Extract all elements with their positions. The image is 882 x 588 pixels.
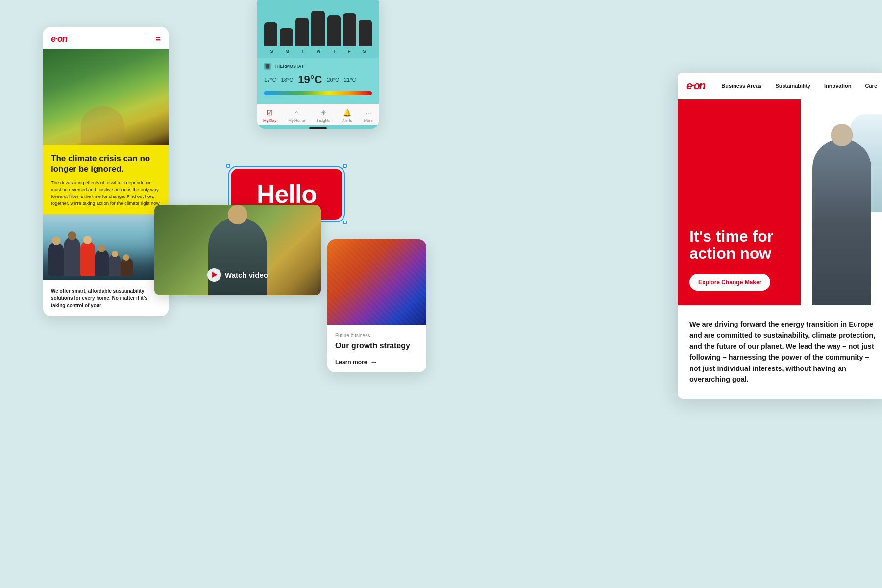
day-t2: T [333, 49, 336, 54]
website-nav: e·on Business Areas Sustainability Innov… [678, 73, 882, 99]
hero-red-section: It's time for action now Explore Change … [678, 99, 801, 305]
thermostat-label: THERMOSTAT [274, 64, 304, 69]
thermostat-chart: S M T W T F S [257, 0, 379, 58]
handle-br[interactable] [343, 220, 347, 224]
future-business-card: Future business Our growth strategy Lear… [327, 239, 426, 372]
nav-label-insights: Insights [317, 118, 331, 122]
person-silhouette [64, 237, 80, 276]
explore-change-maker-button[interactable]: Explore Change Maker [689, 274, 770, 291]
bar-chart [264, 2, 372, 46]
temp-current: 19°C [298, 74, 322, 86]
bell-icon: 🔔 [343, 109, 351, 117]
video-card[interactable]: Watch video [154, 205, 321, 295]
nav-alerts[interactable]: 🔔 Alerts [342, 109, 352, 122]
future-category: Future business [335, 333, 418, 338]
forest-image [43, 49, 169, 145]
future-card-image [327, 239, 426, 325]
bar-t [295, 18, 309, 47]
nav-my-day[interactable]: ☑ My Day [263, 109, 276, 122]
eon-logo-website: e·on [686, 79, 705, 92]
temp-20: 20°C [327, 77, 339, 83]
day-f: F [348, 49, 351, 54]
future-title: Our growth strategy [335, 341, 418, 351]
bar-m [280, 28, 293, 46]
handle-tr[interactable] [343, 164, 347, 168]
day-w: W [317, 49, 321, 54]
phone-bottom-text-content: We offer smart, affordable sustainabilit… [51, 287, 161, 309]
person-head [112, 251, 118, 257]
hello-label: Hello [257, 180, 317, 208]
play-icon [212, 272, 217, 278]
day-t: T [301, 49, 304, 54]
nav-business-areas[interactable]: Business Areas [721, 83, 761, 89]
arrow-right-icon: → [370, 358, 378, 367]
calendar-icon: ☑ [267, 109, 273, 117]
person-silhouette [95, 249, 109, 276]
watch-video-label: Watch video [225, 271, 268, 279]
person-silhouette [48, 242, 64, 276]
nav-my-home[interactable]: ⌂ My Home [288, 109, 305, 122]
person-head [52, 236, 61, 245]
person-head [68, 231, 76, 240]
group-photo [43, 214, 169, 280]
yellow-section: The climate crisis can no longer be igno… [43, 145, 169, 214]
insights-icon: ☀ [320, 109, 327, 117]
website-body: We are driving forward the energy transi… [678, 305, 882, 399]
home-icon: ⌂ [294, 109, 298, 117]
phone-bottom-section: We offer smart, affordable sustainabilit… [43, 280, 169, 316]
thermostat-nav: ☑ My Day ⌂ My Home ☀ Insights 🔔 Alerts ·… [257, 104, 379, 125]
nav-sustainability[interactable]: Sustainability [775, 83, 810, 89]
bar-f [343, 13, 356, 47]
bar-t2 [327, 15, 341, 46]
nav-innovation[interactable]: Innovation [824, 83, 852, 89]
days-row: S M T W T F S [264, 49, 372, 54]
website-hero: It's time for action now Explore Change … [678, 99, 882, 305]
temp-21: 21°C [344, 77, 356, 83]
eon-logo-phone: e·on [51, 34, 67, 44]
website-body-text: We are driving forward the energy transi… [689, 319, 878, 385]
watch-video-button[interactable]: Watch video [207, 268, 268, 282]
website-card: e·on Business Areas Sustainability Innov… [678, 73, 882, 399]
day-s2: S [363, 49, 366, 54]
temp-18: 18°C [281, 77, 294, 83]
temp-17: 17°C [264, 77, 276, 83]
person-silhouette [109, 254, 121, 276]
mobile-phone-card: e·on ≡ The climate crisis can no longer … [43, 27, 169, 316]
play-button[interactable] [207, 268, 221, 282]
bar-s [264, 22, 277, 47]
phone-header: e·on ≡ [43, 27, 169, 49]
bar-w [311, 11, 324, 46]
video-background: Watch video [154, 205, 321, 295]
handle-tl[interactable] [226, 164, 230, 168]
person-silhouette [80, 241, 95, 276]
day-s: S [270, 49, 273, 54]
temperature-row: 17°C 18°C 19°C 20°C 21°C [264, 74, 372, 86]
thermostat-icon: ⬛ [264, 63, 271, 70]
nav-label-alerts: Alerts [342, 118, 352, 122]
nav-label-my-home: My Home [288, 118, 305, 122]
nav-care[interactable]: Care [865, 83, 877, 89]
learn-more-label: Learn more [335, 359, 367, 366]
phone-body-text: The devastating effects of fossil fuel d… [51, 179, 161, 207]
thermostat-label-row: ⬛ THERMOSTAT [264, 63, 372, 70]
person-head [98, 245, 105, 252]
nav-insights[interactable]: ☀ Insights [317, 109, 331, 122]
thermostat-lower: ⬛ THERMOSTAT 17°C 18°C 19°C 20°C 21°C [257, 58, 379, 104]
nav-label-my-day: My Day [263, 118, 276, 122]
nav-more[interactable]: ··· More [364, 109, 373, 122]
person-head [83, 236, 92, 244]
more-icon: ··· [366, 109, 371, 117]
learn-more-button[interactable]: Learn more → [335, 358, 418, 367]
hero-person [812, 139, 871, 305]
home-indicator [309, 127, 327, 129]
day-m: M [286, 49, 290, 54]
person-head [123, 254, 129, 261]
temperature-scale [264, 91, 372, 95]
video-person [208, 217, 267, 295]
future-card-body: Future business Our growth strategy Lear… [327, 325, 426, 372]
thermostat-app: S M T W T F S ⬛ THERMOSTAT 17°C 18°C 19°… [257, 0, 379, 129]
hero-image-right [794, 99, 882, 305]
hamburger-icon[interactable]: ≡ [155, 35, 161, 44]
phone-headline: The climate crisis can no longer be igno… [51, 153, 161, 174]
nav-label-more: More [364, 118, 373, 122]
